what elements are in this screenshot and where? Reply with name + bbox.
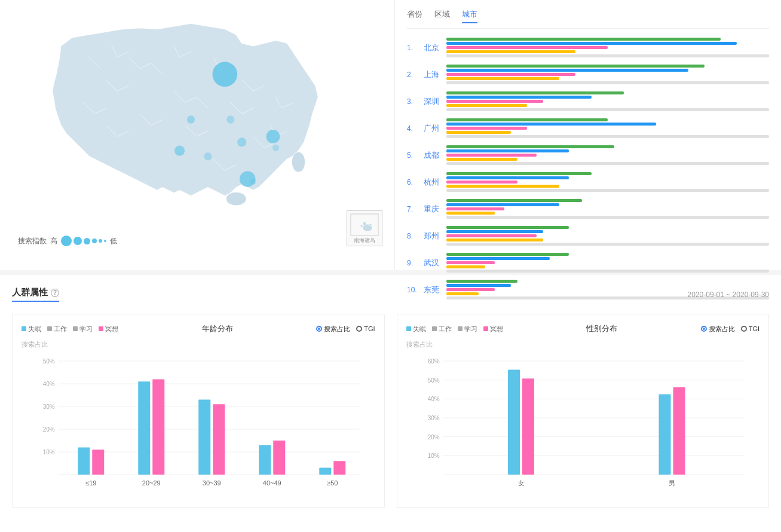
rank-bar-9-2 xyxy=(446,288,495,291)
rank-item-2: 3.深圳 xyxy=(407,91,769,111)
rank-bar-9-3 xyxy=(446,292,479,295)
svg-text:10%: 10% xyxy=(427,452,439,459)
nanhai-label: 南海诸岛 xyxy=(354,237,375,244)
rank-name-4[interactable]: 成都 xyxy=(424,150,442,161)
svg-text:男: 男 xyxy=(669,479,675,487)
rank-num-6: 7. xyxy=(407,205,419,213)
svg-point-5 xyxy=(174,146,185,156)
legend-insomnia-age: 失眠 xyxy=(22,325,41,334)
svg-point-6 xyxy=(237,137,246,146)
gender-radio-tgi-label: TGI xyxy=(749,325,759,332)
gender-chart-area-svg: 60%50%40%30%20%10%女男 xyxy=(406,355,760,493)
rank-bar-2-0 xyxy=(446,91,624,94)
bottom-section: 人群属性 ? 2020-09-01 ~ 2020-09-30 失眠 工作 xyxy=(0,275,781,520)
rank-name-9[interactable]: 东莞 xyxy=(424,285,442,295)
svg-text:≥50: ≥50 xyxy=(327,479,338,487)
rank-bar-8-0 xyxy=(446,253,569,256)
rank-bar-5-4 xyxy=(446,189,769,192)
rank-bar-7-1 xyxy=(446,230,543,233)
age-radio-group: 搜索占比 TGI xyxy=(316,325,375,334)
legend-study-g-label: 学习 xyxy=(464,325,477,334)
rank-name-8[interactable]: 武汉 xyxy=(424,258,442,268)
age-radio-search[interactable]: 搜索占比 xyxy=(316,325,350,334)
rank-bar-2-1 xyxy=(446,96,592,99)
gender-radio-tgi[interactable]: TGI xyxy=(741,325,759,332)
legend-study-gender: 学习 xyxy=(458,325,477,334)
rank-item-8: 9.武汉 xyxy=(407,253,769,273)
age-chart-header: 失眠 工作 学习 冥想 年龄分布 xyxy=(22,323,375,334)
svg-rect-40 xyxy=(319,468,331,475)
rank-bar-0-0 xyxy=(446,38,721,41)
svg-rect-59 xyxy=(659,395,670,475)
rank-name-1[interactable]: 上海 xyxy=(424,69,442,80)
rank-list: 1.北京2.上海3.深圳4.广州5.成都6.杭州7.重庆8.郑州9.武汉10.东… xyxy=(407,38,769,299)
age-chart-panel: 失眠 工作 学习 冥想 年龄分布 xyxy=(12,314,385,508)
rank-name-5[interactable]: 杭州 xyxy=(424,177,442,188)
tab-province[interactable]: 省份 xyxy=(407,9,422,23)
nanhai-box: 南海诸岛 xyxy=(347,210,382,246)
rank-bars-6 xyxy=(446,199,769,219)
svg-text:40%: 40% xyxy=(427,396,439,402)
crowd-title: 人群属性 xyxy=(12,287,48,298)
rank-bar-5-2 xyxy=(446,181,517,184)
rank-bar-6-1 xyxy=(446,203,559,206)
legend-low: 低 xyxy=(110,236,117,246)
rank-bars-7 xyxy=(446,226,769,246)
rank-bar-3-4 xyxy=(446,135,769,138)
gender-radio-search[interactable]: 搜索占比 xyxy=(701,325,735,334)
legend-work-label: 工作 xyxy=(54,325,67,334)
rank-name-7[interactable]: 郑州 xyxy=(424,231,442,241)
dot-6 xyxy=(104,240,106,242)
svg-rect-35 xyxy=(213,404,225,475)
help-icon[interactable]: ? xyxy=(51,289,59,297)
rank-item-6: 7.重庆 xyxy=(407,199,769,219)
dot-3 xyxy=(84,238,90,244)
rank-bars-5 xyxy=(446,172,769,192)
dot-4 xyxy=(92,239,97,243)
rank-bars-2 xyxy=(446,91,769,111)
legend-meditate-label: 冥想 xyxy=(105,325,118,334)
legend-insomnia-label: 失眠 xyxy=(28,325,41,334)
svg-rect-38 xyxy=(273,441,285,475)
rank-bar-3-1 xyxy=(446,123,656,126)
search-index-legend: 搜索指数 高 低 xyxy=(18,236,117,246)
legend-insomnia-g-label: 失眠 xyxy=(413,325,426,334)
svg-text:30~39: 30~39 xyxy=(203,479,221,487)
legend-meditate-age: 冥想 xyxy=(99,325,118,334)
tab-region[interactable]: 区域 xyxy=(434,9,450,23)
dot-1 xyxy=(61,236,72,246)
rank-name-3[interactable]: 广州 xyxy=(424,123,442,134)
rank-name-0[interactable]: 北京 xyxy=(424,42,442,53)
rank-bar-3-0 xyxy=(446,118,608,121)
rank-bar-0-3 xyxy=(446,50,575,53)
rank-item-4: 5.成都 xyxy=(407,145,769,165)
rank-bar-7-2 xyxy=(446,234,537,237)
rank-bar-1-0 xyxy=(446,65,705,68)
svg-text:20~29: 20~29 xyxy=(142,479,161,487)
rank-num-3: 4. xyxy=(407,124,419,133)
svg-text:30%: 30% xyxy=(43,403,55,410)
svg-rect-41 xyxy=(333,461,345,475)
gender-chart-header: 失眠 工作 学习 冥想 性别分布 xyxy=(406,323,760,334)
svg-point-14 xyxy=(363,222,366,225)
rank-name-6[interactable]: 重庆 xyxy=(424,204,442,215)
rank-num-1: 2. xyxy=(407,71,419,79)
rank-bar-1-2 xyxy=(446,73,575,76)
svg-rect-28 xyxy=(78,447,90,475)
tab-city[interactable]: 城市 xyxy=(462,9,477,23)
svg-text:10%: 10% xyxy=(43,449,55,455)
rank-bar-0-1 xyxy=(446,42,737,45)
gender-chart-area: 60%50%40%30%20%10%女男 xyxy=(406,355,760,499)
age-radio-tgi-circle xyxy=(356,326,362,332)
legend-work-gender: 工作 xyxy=(432,325,452,334)
gender-radio-tgi-circle xyxy=(741,326,747,332)
svg-text:≤19: ≤19 xyxy=(85,479,96,487)
rank-bar-5-0 xyxy=(446,172,592,175)
svg-point-15 xyxy=(369,224,372,226)
rank-name-2[interactable]: 深圳 xyxy=(424,96,442,107)
svg-text:50%: 50% xyxy=(43,358,55,365)
svg-point-1 xyxy=(226,192,246,206)
age-radio-tgi[interactable]: TGI xyxy=(356,325,375,332)
rank-bar-4-0 xyxy=(446,145,614,148)
rank-bar-8-2 xyxy=(446,261,495,264)
